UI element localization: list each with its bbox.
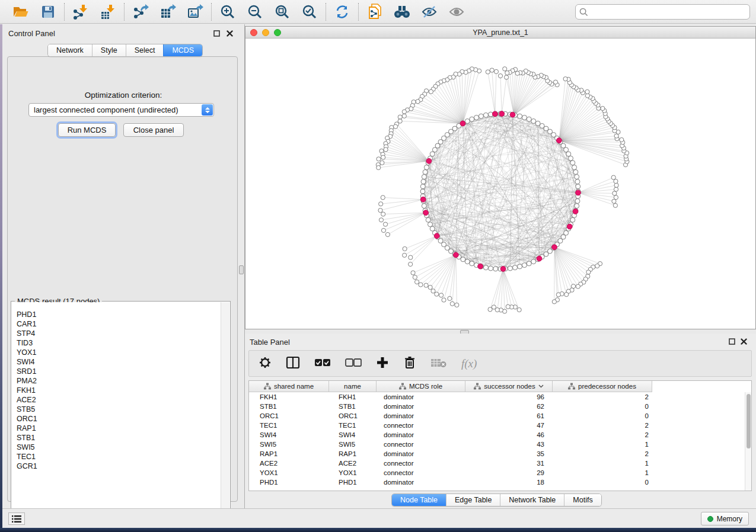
tab-node-table[interactable]: Node Table [392,494,446,506]
tab-edge-table[interactable]: Edge Table [446,494,500,506]
table-settings-button[interactable] [259,356,272,371]
mcds-result-item[interactable]: TID3 [17,338,221,348]
deselect-all-rows-button[interactable] [345,357,362,370]
open-session-button[interactable] [12,4,30,20]
table-row[interactable]: SWI4SWI4dominator462 [249,430,745,440]
mcds-result-item[interactable]: RAP1 [17,424,221,433]
table-cell: dominator [377,477,465,487]
mcds-result-item[interactable]: TEC1 [17,452,221,462]
tab-style[interactable]: Style [92,44,126,56]
column-header-name[interactable]: name [329,381,377,392]
mcds-result-item[interactable]: STB1 [17,433,221,443]
table-row[interactable]: RAP1RAP1dominator352 [249,449,745,459]
zoom-selected-button[interactable] [301,4,318,20]
mcds-result-groupbox: MCDS result (17 nodes) PHD1CAR1STP4TID3Y… [11,301,231,521]
table-cell: TEC1 [329,421,377,430]
tab-network-table[interactable]: Network Table [500,494,564,506]
mcds-result-item[interactable]: ORC1 [17,414,221,424]
delete-table-icon [430,357,447,368]
table-row[interactable]: PHD1PHD1dominator180 [249,477,745,487]
first-neighbors-button[interactable] [393,4,411,20]
main-toolbar [0,0,756,24]
run-mcds-button[interactable]: Run MCDS [58,123,116,137]
mcds-result-item[interactable]: SRD1 [17,367,221,376]
import-network-button[interactable] [72,4,90,20]
vertical-splitter-handle[interactable] [239,265,244,274]
zoom-in-icon [220,4,235,20]
function-builder-button[interactable]: f(x) [461,357,477,370]
control-panel-close-button[interactable] [226,30,234,37]
table-cell: dominator [377,402,465,411]
delete-table-button[interactable] [430,357,447,371]
table-row[interactable]: SWI5SWI5connector431 [249,440,745,449]
tab-network[interactable]: Network [48,44,92,56]
table-scrollbar-thumb[interactable] [747,394,751,448]
mcds-result-item[interactable]: GCR1 [17,462,221,471]
export-network-button[interactable] [132,4,149,20]
mcds-result-item[interactable]: PMA2 [17,376,221,386]
task-history-button[interactable] [8,512,25,525]
table-cell: dominator [377,430,465,440]
add-column-button[interactable] [376,356,389,371]
mcds-result-item[interactable]: SWI4 [17,357,221,367]
criterion-select[interactable]: largest connected component (undirected) [28,103,214,117]
mcds-result-list[interactable]: PHD1CAR1STP4TID3YOX1SWI4SRD1PMA2FKH1ACE2… [12,302,221,520]
desktop-wallpaper-bottom-edge [0,528,756,532]
export-table-icon [160,4,176,20]
show-columns-button[interactable] [286,356,300,371]
mcds-result-item[interactable]: STB5 [17,405,221,414]
select-all-rows-button[interactable] [314,357,331,370]
mcds-result-item[interactable]: ACE2 [17,395,221,405]
table-cell: 2 [553,421,652,430]
table-scrollbar[interactable] [745,392,751,491]
eye-icon [448,5,465,19]
tab-motifs[interactable]: Motifs [564,494,601,506]
tab-select[interactable]: Select [126,44,164,56]
search-field[interactable] [575,4,750,20]
mcds-result-item[interactable]: SWI5 [17,443,221,452]
control-panel-title: Control Panel [8,29,55,38]
table-row[interactable]: ACE2ACE2connector311 [249,459,745,468]
hide-selected-button[interactable] [420,4,438,20]
table-row[interactable]: TEC1TEC1connector472 [249,421,745,430]
network-window-titlebar[interactable]: YPA_prune.txt_1 [245,27,755,39]
table-cell: connector [377,421,465,430]
column-header-shared-name[interactable]: shared name [249,381,329,392]
zoom-out-button[interactable] [246,4,264,20]
mcds-result-item[interactable]: PHD1 [17,310,221,319]
column-header-successor-nodes[interactable]: successor nodes [465,381,553,392]
network-graph-canvas[interactable] [245,39,755,329]
mcds-list-scrollbar[interactable] [221,302,229,520]
import-table-button[interactable] [99,4,117,20]
table-cell: ORC1 [329,411,377,421]
table-row[interactable]: STB1STB1dominator620 [249,402,745,411]
show-all-button[interactable] [448,4,465,20]
table-cell: PHD1 [249,477,329,487]
table-row[interactable]: ORC1ORC1dominator610 [249,411,745,421]
control-panel-float-button[interactable] [213,30,221,37]
close-panel-button[interactable]: Close panel [123,123,184,137]
mcds-result-item[interactable]: FKH1 [17,386,221,395]
table-panel-close-button[interactable] [740,338,748,345]
search-input[interactable] [591,8,746,16]
table-row[interactable]: YOX1YOX1connector291 [249,468,745,477]
column-header-predecessor-nodes[interactable]: predecessor nodes [553,381,652,392]
mcds-result-item[interactable]: YOX1 [17,348,221,357]
table-row[interactable]: FKH1FKH1dominator962 [249,392,745,402]
table-cell: 61 [465,411,553,421]
table-panel-float-button[interactable] [728,338,736,345]
memory-button[interactable]: Memory [701,512,749,525]
refresh-layout-button[interactable] [333,4,351,20]
tab-mcds[interactable]: MCDS [163,44,202,56]
zoom-in-button[interactable] [219,4,237,20]
zoom-fit-button[interactable] [273,4,291,20]
table-cell: dominator [377,392,465,402]
export-table-button[interactable] [159,4,177,20]
new-network-from-selection-button[interactable] [366,4,384,20]
delete-column-button[interactable] [403,355,416,371]
column-header-MCDS-role[interactable]: MCDS role [377,381,465,392]
mcds-result-item[interactable]: STP4 [17,329,221,338]
save-session-button[interactable] [39,4,57,20]
export-image-button[interactable] [186,4,204,20]
mcds-result-item[interactable]: CAR1 [17,319,221,329]
